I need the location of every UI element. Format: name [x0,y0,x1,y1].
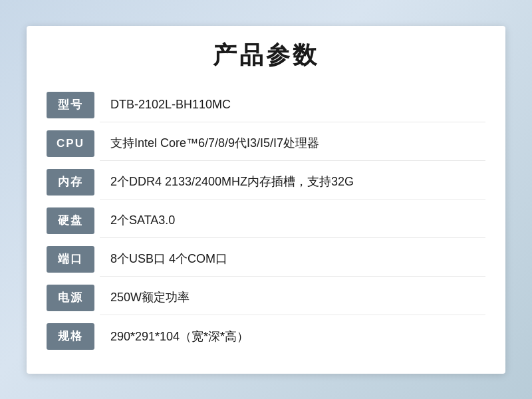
table-row: 型号 DTB-2102L-BH110MC [47,88,485,122]
spec-label-1: CPU [47,130,94,157]
spec-label-5: 电源 [47,285,94,311]
spec-label-2: 内存 [47,169,94,196]
spec-value-2: 2个DDR4 2133/2400MHZ内存插槽，支持32G [100,165,485,200]
page-title: 产品参数 [47,39,485,72]
spec-label-4: 端口 [47,246,94,273]
product-spec-card: 产品参数 型号 DTB-2102L-BH110MCCPU支持Intel Core… [27,26,505,374]
table-row: CPU支持Intel Core™6/7/8/9代I3/I5/I7处理器 [47,126,485,161]
table-row: 电源250W额定功率 [47,281,485,315]
spec-value-5: 250W额定功率 [100,281,485,315]
table-row: 端口8个USB口 4个COM口 [47,242,485,277]
spec-label-3: 硬盘 [47,207,94,234]
spec-label-6: 规格 [47,323,94,350]
spec-value-1: 支持Intel Core™6/7/8/9代I3/I5/I7处理器 [100,126,485,161]
table-row: 内存2个DDR4 2133/2400MHZ内存插槽，支持32G [47,165,485,200]
spec-table: 型号 DTB-2102L-BH110MCCPU支持Intel Core™6/7/… [47,84,485,358]
spec-value-6: 290*291*104（宽*深*高） [100,319,485,354]
table-row: 硬盘2个SATA3.0 [47,203,485,238]
spec-value-4: 8个USB口 4个COM口 [100,242,485,277]
spec-value-0: DTB-2102L-BH110MC [100,88,485,122]
spec-value-3: 2个SATA3.0 [100,203,485,238]
spec-label-0: 型号 [47,92,94,118]
table-row: 规格290*291*104（宽*深*高） [47,319,485,354]
